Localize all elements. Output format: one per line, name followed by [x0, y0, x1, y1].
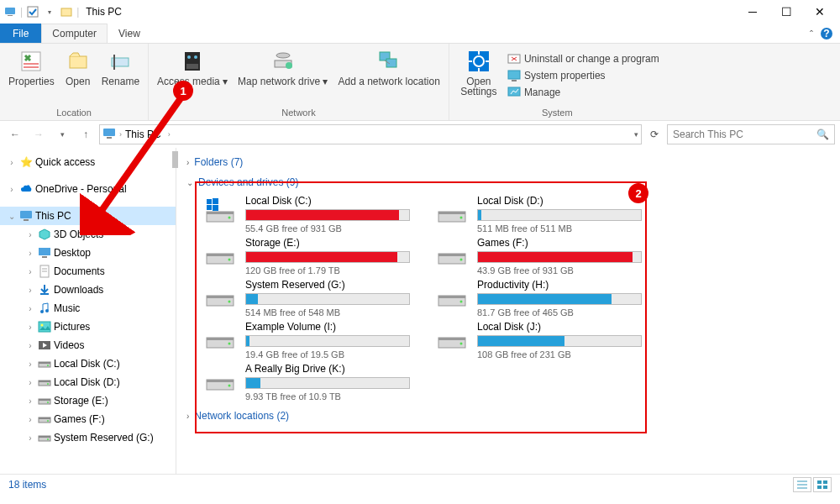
- svg-rect-0: [5, 8, 15, 14]
- properties-button[interactable]: Properties: [3, 45, 60, 106]
- folder-icon: [38, 320, 51, 333]
- icons-view-button[interactable]: [813, 477, 832, 492]
- svg-point-14: [194, 55, 197, 59]
- svg-rect-33: [20, 211, 32, 218]
- tree-onedrive[interactable]: ›OneDrive - Personal: [0, 180, 176, 198]
- tree-item[interactable]: ›Downloads: [0, 281, 176, 299]
- recent-dropdown[interactable]: ▾: [52, 124, 72, 144]
- tree-quick-access[interactable]: ›⭐Quick access: [0, 153, 176, 171]
- tree-item[interactable]: ›Local Disk (D:): [0, 373, 176, 391]
- uninstall-program-button[interactable]: Uninstall or change a program: [505, 50, 662, 67]
- breadcrumb-thispc[interactable]: This PC: [125, 129, 161, 140]
- checkbox-checked-icon[interactable]: [26, 5, 39, 18]
- tree-item[interactable]: ›Local Disk (C:): [0, 354, 176, 373]
- svg-point-41: [40, 310, 44, 313]
- svg-rect-53: [39, 399, 50, 401]
- svg-rect-15: [186, 64, 198, 69]
- svg-rect-35: [39, 248, 50, 255]
- annotation-badge-2: 2: [628, 183, 648, 203]
- pc-icon: [3, 5, 17, 18]
- tree-item[interactable]: ›Desktop: [0, 244, 176, 262]
- tree-item[interactable]: ›Games (F:): [0, 410, 176, 428]
- system-properties-button[interactable]: System properties: [505, 67, 662, 84]
- tree-this-pc[interactable]: ⌄This PC: [0, 207, 176, 225]
- address-chevron-icon[interactable]: ›: [119, 130, 122, 139]
- ribbon: Properties Open Rename Location Access m…: [0, 44, 840, 121]
- add-network-location-button[interactable]: Add a network location: [333, 45, 444, 106]
- tab-file[interactable]: File: [0, 24, 41, 43]
- svg-rect-56: [39, 417, 50, 419]
- tree-item[interactable]: ›Pictures: [0, 318, 176, 336]
- open-settings-button[interactable]: Open Settings: [453, 45, 505, 106]
- help-icon[interactable]: ?: [820, 27, 833, 43]
- manage-icon: [507, 86, 521, 99]
- search-box[interactable]: Search This PC 🔍: [667, 124, 835, 144]
- rename-icon: [107, 48, 134, 75]
- manage-button[interactable]: Manage: [505, 84, 662, 101]
- tab-computer[interactable]: Computer: [41, 24, 108, 43]
- map-network-drive-button[interactable]: Map network drive ▾: [233, 45, 333, 106]
- folder-icon: [38, 283, 51, 297]
- svg-rect-47: [39, 362, 50, 364]
- address-bar[interactable]: › This PC› ▾: [99, 124, 642, 144]
- details-view-button[interactable]: [793, 477, 811, 492]
- svg-point-51: [47, 383, 49, 385]
- open-button[interactable]: Open: [60, 45, 97, 106]
- svg-point-60: [47, 438, 49, 440]
- svg-rect-43: [39, 322, 50, 332]
- search-icon: 🔍: [816, 129, 829, 140]
- svg-rect-95: [817, 480, 822, 484]
- svg-rect-36: [42, 256, 47, 258]
- ribbon-group-network: Access media ▾ Map network drive ▾ Add a…: [149, 44, 449, 120]
- system-props-icon: [507, 69, 521, 82]
- group-label-network: Network: [281, 106, 315, 120]
- section-folders[interactable]: ›Folders (7): [186, 151, 830, 171]
- qat-dropdown-icon[interactable]: ▾: [43, 5, 56, 18]
- breadcrumb-chevron-icon[interactable]: ›: [168, 130, 171, 139]
- svg-rect-11: [113, 55, 115, 70]
- forward-button[interactable]: →: [29, 124, 49, 144]
- svg-rect-2: [28, 7, 38, 17]
- network-drive-icon: [270, 48, 297, 75]
- tree-item[interactable]: ›System Reserved (G:): [0, 428, 176, 447]
- folder-icon: [38, 302, 51, 315]
- rename-button[interactable]: Rename: [97, 45, 144, 106]
- svg-text:?: ?: [823, 28, 829, 39]
- tree-item[interactable]: ›Documents: [0, 262, 176, 281]
- media-server-icon: [179, 48, 206, 75]
- ribbon-collapse-icon[interactable]: ˆ: [810, 29, 813, 41]
- svg-rect-29: [512, 80, 517, 81]
- tree-item[interactable]: ›3D Objects: [0, 225, 176, 244]
- svg-point-57: [47, 420, 49, 422]
- folder-icon: [38, 394, 51, 407]
- window-title: This PC: [86, 6, 122, 18]
- folder-small-icon: [60, 5, 73, 18]
- nav-bar: ← → ▾ ↑ › This PC› ▾ ⟳ Search This PC 🔍: [0, 121, 840, 148]
- back-button[interactable]: ←: [5, 124, 25, 144]
- svg-rect-98: [823, 486, 827, 489]
- refresh-button[interactable]: ⟳: [645, 124, 664, 144]
- svg-point-18: [286, 62, 292, 69]
- tree-item[interactable]: ›Storage (E:): [0, 391, 176, 410]
- ribbon-group-location: Properties Open Rename Location: [0, 44, 149, 120]
- folder-icon: [38, 265, 51, 278]
- access-media-button[interactable]: Access media ▾: [152, 45, 233, 106]
- search-placeholder: Search This PC: [673, 129, 816, 140]
- address-dropdown-icon[interactable]: ▾: [634, 130, 638, 139]
- qat-separator-2: |: [76, 6, 79, 18]
- up-button[interactable]: ↑: [76, 124, 96, 144]
- minimize-button[interactable]: ─: [736, 0, 769, 24]
- ribbon-tabs: File Computer View ˆ ?: [0, 24, 840, 44]
- maximize-button[interactable]: ☐: [769, 0, 803, 24]
- group-label-location: Location: [56, 106, 92, 120]
- tree-item[interactable]: ›Music: [0, 299, 176, 318]
- tab-view[interactable]: View: [108, 24, 151, 43]
- uninstall-icon: [507, 52, 521, 66]
- svg-rect-8: [24, 66, 39, 68]
- tree-item[interactable]: ›Videos: [0, 336, 176, 354]
- close-button[interactable]: ✕: [803, 0, 837, 24]
- svg-rect-9: [70, 56, 87, 68]
- qat-separator: |: [20, 6, 23, 18]
- chevron-right-icon: ›: [186, 412, 189, 421]
- folder-icon: [38, 412, 51, 426]
